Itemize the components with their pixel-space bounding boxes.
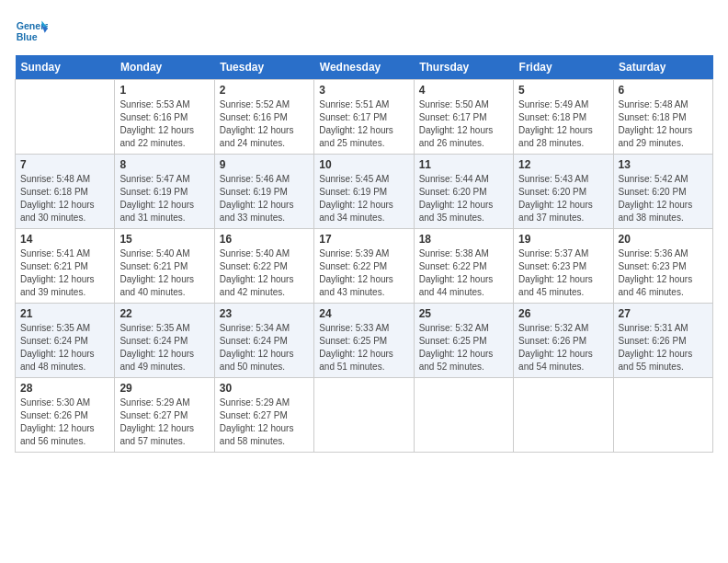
- day-info: Sunrise: 5:40 AM Sunset: 6:21 PM Dayligh…: [119, 247, 209, 299]
- day-info: Sunrise: 5:38 AM Sunset: 6:22 PM Dayligh…: [419, 247, 508, 299]
- day-number: 30: [220, 382, 309, 395]
- calendar-cell: 22Sunrise: 5:35 AM Sunset: 6:24 PM Dayli…: [115, 304, 214, 378]
- calendar-cell: 16Sunrise: 5:40 AM Sunset: 6:22 PM Dayli…: [214, 229, 313, 304]
- calendar-cell: 20Sunrise: 5:36 AM Sunset: 6:23 PM Dayli…: [613, 229, 712, 304]
- day-info: Sunrise: 5:44 AM Sunset: 6:20 PM Dayligh…: [419, 173, 508, 224]
- calendar-cell: [514, 378, 613, 453]
- logo-area: General Blue: [15, 15, 51, 48]
- day-number: 13: [619, 158, 708, 171]
- calendar-cell: 27Sunrise: 5:31 AM Sunset: 6:26 PM Dayli…: [613, 304, 712, 378]
- day-info: Sunrise: 5:32 AM Sunset: 6:25 PM Dayligh…: [419, 322, 508, 373]
- calendar-cell: 21Sunrise: 5:35 AM Sunset: 6:24 PM Dayli…: [16, 304, 115, 378]
- day-number: 9: [220, 158, 309, 171]
- day-info: Sunrise: 5:46 AM Sunset: 6:19 PM Dayligh…: [220, 173, 309, 224]
- calendar-cell: [314, 378, 414, 453]
- calendar-cell: 25Sunrise: 5:32 AM Sunset: 6:25 PM Dayli…: [414, 304, 513, 378]
- day-number: 14: [20, 233, 109, 246]
- header-thursday: Thursday: [414, 55, 513, 80]
- calendar-cell: 7Sunrise: 5:48 AM Sunset: 6:18 PM Daylig…: [16, 155, 115, 229]
- day-number: 6: [619, 84, 708, 97]
- day-info: Sunrise: 5:39 AM Sunset: 6:22 PM Dayligh…: [319, 247, 408, 299]
- day-number: 25: [419, 307, 508, 320]
- calendar-cell: [613, 378, 712, 453]
- calendar-week-1: 1Sunrise: 5:53 AM Sunset: 6:16 PM Daylig…: [16, 80, 713, 155]
- calendar-week-2: 7Sunrise: 5:48 AM Sunset: 6:18 PM Daylig…: [16, 155, 713, 229]
- day-info: Sunrise: 5:48 AM Sunset: 6:18 PM Dayligh…: [619, 98, 708, 150]
- calendar-cell: 8Sunrise: 5:47 AM Sunset: 6:19 PM Daylig…: [115, 155, 214, 229]
- day-number: 29: [119, 382, 209, 395]
- day-info: Sunrise: 5:47 AM Sunset: 6:19 PM Dayligh…: [119, 173, 209, 224]
- calendar-cell: 15Sunrise: 5:40 AM Sunset: 6:21 PM Dayli…: [115, 229, 214, 304]
- day-info: Sunrise: 5:43 AM Sunset: 6:20 PM Dayligh…: [518, 173, 608, 224]
- header-tuesday: Tuesday: [214, 55, 313, 80]
- day-info: Sunrise: 5:48 AM Sunset: 6:18 PM Dayligh…: [20, 173, 109, 224]
- day-number: 11: [419, 158, 508, 171]
- day-number: 19: [518, 233, 608, 246]
- calendar-cell: 11Sunrise: 5:44 AM Sunset: 6:20 PM Dayli…: [414, 155, 513, 229]
- day-info: Sunrise: 5:37 AM Sunset: 6:23 PM Dayligh…: [518, 247, 608, 299]
- calendar-cell: 14Sunrise: 5:41 AM Sunset: 6:21 PM Dayli…: [16, 229, 115, 304]
- day-number: 28: [20, 382, 109, 395]
- calendar-cell: 26Sunrise: 5:32 AM Sunset: 6:26 PM Dayli…: [514, 304, 613, 378]
- calendar-cell: 2Sunrise: 5:52 AM Sunset: 6:16 PM Daylig…: [214, 80, 313, 155]
- calendar-week-3: 14Sunrise: 5:41 AM Sunset: 6:21 PM Dayli…: [16, 229, 713, 304]
- calendar-cell: 13Sunrise: 5:42 AM Sunset: 6:20 PM Dayli…: [613, 155, 712, 229]
- page-header: General Blue: [15, 15, 713, 48]
- calendar-cell: 4Sunrise: 5:50 AM Sunset: 6:17 PM Daylig…: [414, 80, 513, 155]
- day-info: Sunrise: 5:41 AM Sunset: 6:21 PM Dayligh…: [20, 247, 109, 299]
- calendar-cell: 9Sunrise: 5:46 AM Sunset: 6:19 PM Daylig…: [214, 155, 313, 229]
- calendar-cell: 23Sunrise: 5:34 AM Sunset: 6:24 PM Dayli…: [214, 304, 313, 378]
- day-info: Sunrise: 5:42 AM Sunset: 6:20 PM Dayligh…: [619, 173, 708, 224]
- calendar-cell: 3Sunrise: 5:51 AM Sunset: 6:17 PM Daylig…: [314, 80, 414, 155]
- header-friday: Friday: [514, 55, 613, 80]
- day-info: Sunrise: 5:52 AM Sunset: 6:16 PM Dayligh…: [220, 98, 309, 150]
- day-info: Sunrise: 5:35 AM Sunset: 6:24 PM Dayligh…: [119, 322, 209, 373]
- calendar-cell: 24Sunrise: 5:33 AM Sunset: 6:25 PM Dayli…: [314, 304, 414, 378]
- day-number: 5: [518, 84, 608, 97]
- day-info: Sunrise: 5:29 AM Sunset: 6:27 PM Dayligh…: [119, 396, 209, 448]
- day-number: 17: [319, 233, 408, 246]
- day-info: Sunrise: 5:35 AM Sunset: 6:24 PM Dayligh…: [20, 322, 109, 373]
- calendar-cell: 10Sunrise: 5:45 AM Sunset: 6:19 PM Dayli…: [314, 155, 414, 229]
- day-info: Sunrise: 5:53 AM Sunset: 6:16 PM Dayligh…: [119, 98, 209, 150]
- day-number: 21: [20, 307, 109, 320]
- day-number: 20: [619, 233, 708, 246]
- day-number: 16: [220, 233, 309, 246]
- day-number: 15: [119, 233, 209, 246]
- day-info: Sunrise: 5:50 AM Sunset: 6:17 PM Dayligh…: [419, 98, 508, 150]
- day-number: 10: [319, 158, 408, 171]
- day-info: Sunrise: 5:40 AM Sunset: 6:22 PM Dayligh…: [220, 247, 309, 299]
- day-number: 22: [119, 307, 209, 320]
- header-monday: Monday: [115, 55, 214, 80]
- day-info: Sunrise: 5:45 AM Sunset: 6:19 PM Dayligh…: [319, 173, 408, 224]
- header-sunday: Sunday: [16, 55, 115, 80]
- calendar-body: 1Sunrise: 5:53 AM Sunset: 6:16 PM Daylig…: [16, 80, 713, 453]
- calendar-cell: [414, 378, 513, 453]
- header-saturday: Saturday: [613, 55, 712, 80]
- day-number: 24: [319, 307, 408, 320]
- day-info: Sunrise: 5:36 AM Sunset: 6:23 PM Dayligh…: [619, 247, 708, 299]
- calendar-cell: 30Sunrise: 5:29 AM Sunset: 6:27 PM Dayli…: [214, 378, 313, 453]
- day-info: Sunrise: 5:34 AM Sunset: 6:24 PM Dayligh…: [220, 322, 309, 373]
- day-info: Sunrise: 5:30 AM Sunset: 6:26 PM Dayligh…: [20, 396, 109, 448]
- day-number: 1: [119, 84, 209, 97]
- day-number: 12: [518, 158, 608, 171]
- day-number: 27: [619, 307, 708, 320]
- day-number: 2: [220, 84, 309, 97]
- day-info: Sunrise: 5:32 AM Sunset: 6:26 PM Dayligh…: [518, 322, 608, 373]
- calendar-cell: 29Sunrise: 5:29 AM Sunset: 6:27 PM Dayli…: [115, 378, 214, 453]
- calendar-week-4: 21Sunrise: 5:35 AM Sunset: 6:24 PM Dayli…: [16, 304, 713, 378]
- day-number: 3: [319, 84, 408, 97]
- calendar-cell: 19Sunrise: 5:37 AM Sunset: 6:23 PM Dayli…: [514, 229, 613, 304]
- calendar-week-5: 28Sunrise: 5:30 AM Sunset: 6:26 PM Dayli…: [16, 378, 713, 453]
- day-number: 26: [518, 307, 608, 320]
- calendar-header-row: SundayMondayTuesdayWednesdayThursdayFrid…: [16, 55, 713, 80]
- day-number: 23: [220, 307, 309, 320]
- day-info: Sunrise: 5:49 AM Sunset: 6:18 PM Dayligh…: [518, 98, 608, 150]
- day-info: Sunrise: 5:33 AM Sunset: 6:25 PM Dayligh…: [319, 322, 408, 373]
- day-number: 7: [20, 158, 109, 171]
- calendar-cell: 18Sunrise: 5:38 AM Sunset: 6:22 PM Dayli…: [414, 229, 513, 304]
- day-number: 18: [419, 233, 508, 246]
- day-info: Sunrise: 5:31 AM Sunset: 6:26 PM Dayligh…: [619, 322, 708, 373]
- day-info: Sunrise: 5:51 AM Sunset: 6:17 PM Dayligh…: [319, 98, 408, 150]
